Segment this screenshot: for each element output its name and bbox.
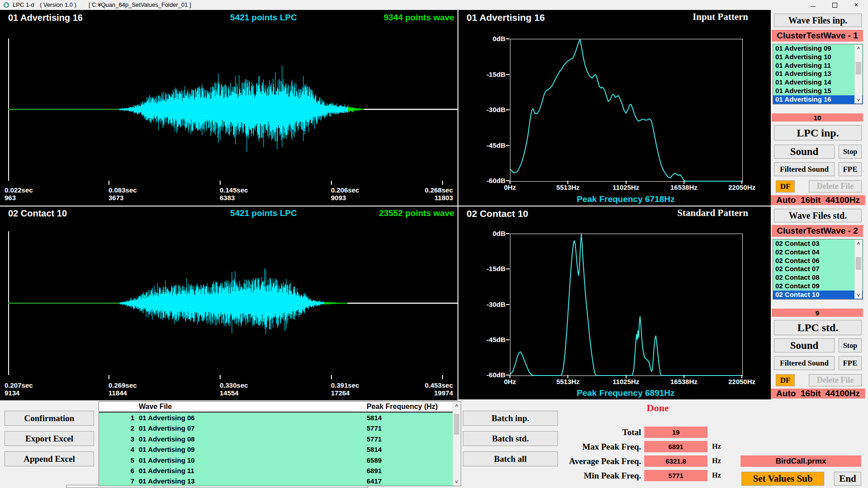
table-row[interactable]: 401 Advertising 095814 xyxy=(99,444,453,455)
spec-std-db-tick xyxy=(506,233,509,234)
wave-files-inp-item[interactable]: 01 Advertising 16 xyxy=(773,95,863,104)
wave-std-axis-tick xyxy=(442,375,443,379)
table-row[interactable]: 501 Advertising 106589 xyxy=(99,455,453,465)
table-row[interactable]: 201 Advertising 075771 xyxy=(99,423,453,433)
end-button[interactable]: End xyxy=(834,472,861,486)
wave-files-std-item[interactable]: 02 Contact 09 xyxy=(773,282,863,291)
scrollbar-thumb[interactable] xyxy=(856,62,861,75)
scroll-up-icon[interactable]: ˄ xyxy=(855,240,862,247)
delete-file-inp-button[interactable]: Delete File xyxy=(809,180,862,192)
table-row[interactable]: 601 Advertising 116891 xyxy=(99,465,453,476)
spec-std-freq-label: 5513Hz xyxy=(545,378,590,385)
spec-inp-db-tick xyxy=(506,145,509,146)
stop-std-button[interactable]: Stop xyxy=(839,338,862,352)
confirmation-button[interactable]: Confirmation xyxy=(5,411,94,426)
spec-inp-db-tick xyxy=(506,180,509,181)
scroll-down-icon[interactable]: ˅ xyxy=(855,97,862,103)
wave-files-std-item[interactable]: 02 Contact 04 xyxy=(773,248,863,257)
restore-icon xyxy=(832,3,837,8)
wave-files-std-item[interactable]: 02 Contact 03 xyxy=(773,239,863,248)
stat-label-min: Min Peak Freq. xyxy=(505,471,641,481)
df-inp-button[interactable]: DF xyxy=(776,180,795,192)
filtered-sound-std-button[interactable]: Filtered Sound xyxy=(774,356,835,370)
spec-inp-frame xyxy=(510,39,743,182)
export-excel-button[interactable]: Export Excel xyxy=(5,431,94,446)
table-row[interactable]: 701 Advertising 136417 xyxy=(99,476,453,486)
scroll-down-icon[interactable]: ˅ xyxy=(453,479,460,485)
sound-std-button[interactable]: Sound xyxy=(774,338,835,352)
batch-inp-button[interactable]: Batch inp. xyxy=(463,411,558,426)
wave-files-std-item[interactable]: 02 Contact 06 xyxy=(773,257,863,265)
restore-button[interactable] xyxy=(825,0,844,10)
cluster-inp-bar: ClusterTestWave - 1 xyxy=(772,30,863,42)
wave-files-std-scrollbar[interactable]: ˄˅ xyxy=(854,240,862,299)
scroll-down-icon[interactable]: ˅ xyxy=(855,292,862,299)
append-excel-button[interactable]: Append Excel xyxy=(5,451,94,466)
table-row[interactable]: 101 Advertising 065814 xyxy=(99,413,453,423)
wave-files-inp-item[interactable]: 01 Advertising 10 xyxy=(773,53,863,61)
spec-std-frame xyxy=(510,234,743,376)
row-peak-frequency: 5771 xyxy=(367,434,382,444)
spec-std-db-label: 0dB xyxy=(472,230,505,237)
spec-inp-db-label: -15dB xyxy=(472,70,505,78)
set-values-sub-button[interactable]: Set Values Sub xyxy=(741,472,824,486)
results-table[interactable]: Wave File Peak Frequency (Hz) 101 Advert… xyxy=(99,401,461,486)
spec-std-db-label: -30dB xyxy=(472,300,505,308)
scroll-up-icon[interactable]: ˄ xyxy=(855,45,862,52)
close-button[interactable]: ✕ xyxy=(846,0,866,10)
table-body: 101 Advertising 065814201 Advertising 07… xyxy=(99,413,453,486)
wave-files-std-list[interactable]: 02 Contact 0302 Contact 0402 Contact 060… xyxy=(773,239,863,300)
table-row[interactable]: 301 Advertising 085771 xyxy=(99,434,453,444)
stop-inp-button[interactable]: Stop xyxy=(839,145,862,159)
wave-files-inp-item[interactable]: 01 Advertising 15 xyxy=(773,87,863,95)
wave-std-axis-tick xyxy=(331,375,332,379)
wave-files-std-item[interactable]: 02 Contact 08 xyxy=(773,273,863,282)
row-index: 3 xyxy=(99,434,134,444)
stat-value-min: 5771 xyxy=(644,470,708,481)
scroll-up-icon[interactable]: ˄ xyxy=(453,402,460,409)
spec-std-freq-label: 22050Hz xyxy=(719,378,764,385)
spec-std-title: 02 Contact 10 xyxy=(467,208,528,219)
wave-files-inp-item[interactable]: 01 Advertising 14 xyxy=(773,78,863,87)
spec-inp-freq-label: 5513Hz xyxy=(545,183,590,191)
table-scrollbar[interactable]: ˄ ˅ xyxy=(453,402,460,485)
spec-std-db-tick xyxy=(506,375,509,375)
minimize-button[interactable] xyxy=(803,0,823,10)
scrollbar-thumb[interactable] xyxy=(856,257,861,270)
row-index: 2 xyxy=(99,423,134,433)
spec-inp-db-label: 0dB xyxy=(472,35,505,42)
filtered-sound-inp-button[interactable]: Filtered Sound xyxy=(774,162,835,176)
fpe-std-button[interactable]: FPE xyxy=(839,356,862,370)
spec-inp-peak-frequency: Peak Frequency 6718Hz xyxy=(558,194,693,204)
app-title: LPC 1-d xyxy=(13,1,34,8)
table-header: Wave File Peak Frequency (Hz) xyxy=(99,402,453,413)
spec-inp-db-tick xyxy=(506,38,509,39)
spec-std-freq-tick xyxy=(567,375,568,378)
wave-files-inp-item[interactable]: 01 Advertising 11 xyxy=(773,61,863,70)
spec-inp-freq-tick xyxy=(626,181,627,184)
wave-files-inp-button[interactable]: Wave Files inp. xyxy=(774,14,862,27)
wave-files-std-item[interactable]: 02 Contact 10 xyxy=(773,291,863,299)
format-std-bar: Auto 16bit 44100Hz xyxy=(771,389,865,399)
wave-files-std-item[interactable]: 02 Contact 07 xyxy=(773,265,863,273)
sound-inp-button[interactable]: Sound xyxy=(774,145,835,159)
row-wave-file: 01 Advertising 06 xyxy=(139,413,195,423)
wave-std-sample-label: 11844 xyxy=(108,389,127,397)
wave-files-std-button[interactable]: Wave Files std. xyxy=(774,209,862,222)
wave-files-inp-item[interactable]: 01 Advertising 13 xyxy=(773,70,863,78)
wave-files-inp-list[interactable]: 01 Advertising 0901 Advertising 1001 Adv… xyxy=(773,44,863,104)
lpc-inp-button[interactable]: LPC inp. xyxy=(774,125,862,141)
scrollbar-thumb[interactable] xyxy=(454,414,459,435)
wave-std-time-label: 0.391sec xyxy=(331,381,359,389)
fpe-inp-button[interactable]: FPE xyxy=(839,162,862,176)
spec-std-db-label: -45dB xyxy=(472,336,505,343)
app-path: [ C:¥Quan_64p_SetValues_Folder_01 ] xyxy=(89,1,191,8)
wave-files-inp-scrollbar[interactable]: ˄˅ xyxy=(854,45,862,103)
df-std-button[interactable]: DF xyxy=(776,374,795,386)
cluster-std-bar: ClusterTestWave - 2 xyxy=(772,225,863,237)
delete-file-std-button[interactable]: Delete File xyxy=(809,374,862,386)
wave-files-inp-item[interactable]: 01 Advertising 09 xyxy=(773,44,863,53)
wave-std-sample-label: 14554 xyxy=(220,389,239,397)
row-wave-file: 01 Advertising 08 xyxy=(139,434,195,444)
lpc-std-button[interactable]: LPC std. xyxy=(774,320,862,335)
